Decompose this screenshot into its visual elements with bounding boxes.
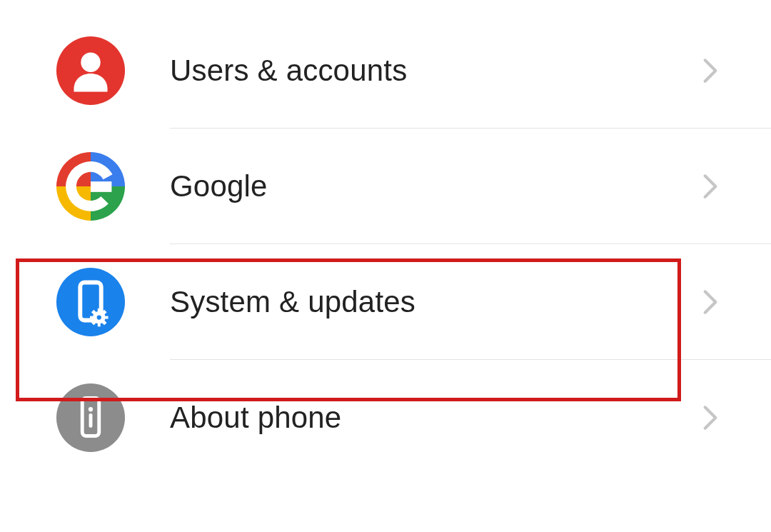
- chevron-right-icon: [698, 406, 722, 430]
- settings-row-label: About phone: [170, 401, 698, 435]
- svg-point-1: [81, 53, 100, 72]
- about-phone-icon: [56, 383, 126, 453]
- svg-rect-20: [89, 413, 93, 428]
- svg-rect-11: [104, 316, 109, 319]
- settings-list: Users & accounts: [0, 0, 771, 476]
- svg-point-5: [56, 268, 125, 336]
- chevron-right-icon: [698, 290, 722, 314]
- settings-row-system-updates[interactable]: System & updates: [0, 244, 771, 360]
- chevron-right-icon: [698, 59, 722, 83]
- svg-rect-9: [98, 322, 101, 326]
- chevron-right-icon: [698, 174, 722, 199]
- svg-rect-10: [90, 316, 94, 319]
- svg-rect-8: [98, 308, 101, 313]
- svg-point-16: [97, 315, 101, 319]
- svg-point-19: [89, 407, 93, 411]
- settings-row-label: Users & accounts: [170, 54, 698, 88]
- system-updates-icon: [56, 267, 126, 337]
- settings-row-about-phone[interactable]: About phone: [0, 360, 771, 476]
- settings-row-label: System & updates: [170, 285, 698, 319]
- user-accounts-icon: [56, 36, 126, 106]
- settings-row-users-accounts[interactable]: Users & accounts: [0, 13, 771, 129]
- settings-row-label: Google: [170, 169, 698, 204]
- svg-rect-4: [91, 181, 111, 192]
- settings-row-google[interactable]: Google: [0, 129, 771, 244]
- google-icon: [56, 151, 126, 221]
